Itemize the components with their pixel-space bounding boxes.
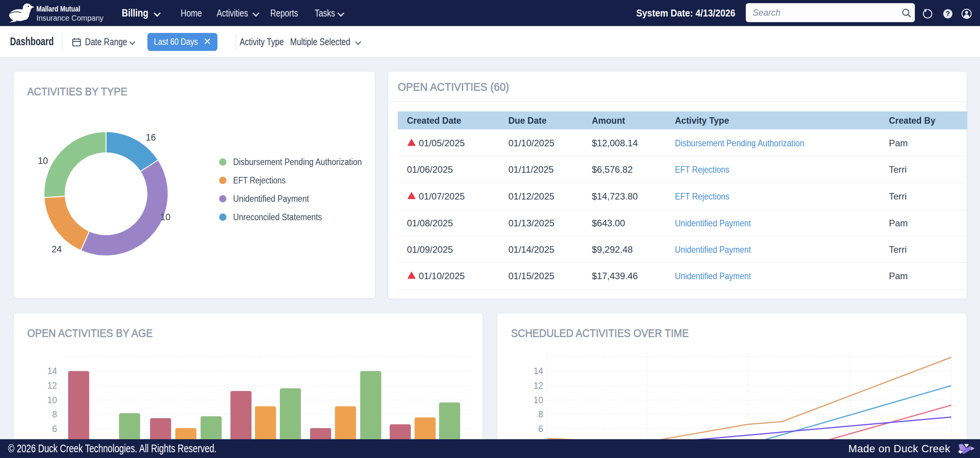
svg-text:12: 12 [47, 381, 57, 391]
svg-text:6: 6 [538, 424, 543, 434]
svg-text:14: 14 [47, 366, 57, 376]
svg-text:10: 10 [533, 395, 543, 405]
svg-text:Unreconciled Statements: Unreconciled Statements [233, 212, 322, 222]
svg-text:14: 14 [533, 366, 543, 376]
svg-text:Disbursement Pending Authoriza: Disbursement Pending Authorization [233, 157, 362, 167]
svg-text:8: 8 [52, 409, 57, 419]
svg-text:10: 10 [47, 395, 57, 405]
svg-text:10: 10 [38, 155, 48, 166]
svg-text:10: 10 [160, 212, 171, 222]
svg-text:?: ? [946, 10, 950, 18]
svg-text:EFT Rejections: EFT Rejections [233, 175, 286, 185]
svg-text:16: 16 [146, 132, 156, 142]
svg-text:6: 6 [52, 424, 57, 434]
svg-text:12: 12 [533, 381, 543, 391]
svg-text:8: 8 [538, 409, 543, 419]
svg-text:Unidentified Payment: Unidentified Payment [233, 194, 309, 204]
svg-text:24: 24 [52, 244, 62, 254]
